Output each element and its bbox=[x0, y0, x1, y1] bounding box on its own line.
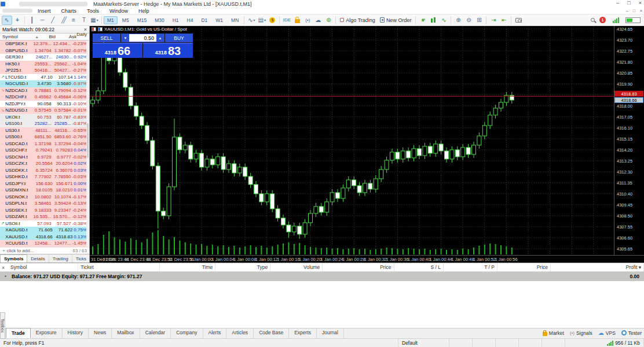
candlestick-plot[interactable] bbox=[90, 26, 614, 255]
menu-charts[interactable]: Charts bbox=[56, 8, 82, 14]
vertical-line-tool-button[interactable]: ┃ bbox=[27, 16, 37, 25]
search-icon[interactable] bbox=[591, 18, 595, 22]
menu-tools[interactable]: Tools bbox=[82, 8, 104, 14]
market-watch-row-us500-t[interactable]: ·US500.t6851.506853.60-0.76% bbox=[0, 134, 89, 141]
market-watch-row-nzdusd-t[interactable]: ↘NZDUSD.t0.575450.57584-0.01% bbox=[0, 107, 89, 114]
bar-chart-mode-button[interactable]: ılı¹ bbox=[418, 16, 428, 25]
market-watch-row-xcuusd-t[interactable]: ·XCUUSD.t12458...12477...-1.45% bbox=[0, 240, 89, 247]
market-watch-row-nzdjpy-t[interactable]: ·NZDJPY.t90.05890.313-0.10% bbox=[0, 101, 89, 108]
market-watch-tab-details[interactable]: Details bbox=[27, 255, 49, 263]
notifications-badge[interactable]: 1 bbox=[599, 17, 606, 23]
timeframe-m1[interactable]: M1 bbox=[104, 16, 118, 24]
zoom-out-button[interactable]: ⊖ bbox=[463, 16, 474, 25]
buy-price-button[interactable]: 431883 bbox=[143, 43, 193, 58]
bottom-button-market[interactable]: Market bbox=[543, 330, 564, 336]
deposit-button[interactable]: $ bbox=[267, 16, 277, 25]
market-watch-tab-ticks[interactable]: Ticks bbox=[72, 255, 90, 263]
timeframe-m5[interactable]: M5 bbox=[119, 16, 133, 24]
toolbox-column-price2[interactable]: Price bbox=[497, 263, 551, 271]
market-watch-row-jp225-t[interactable]: ·JP225.t50416...50427...-0.27% bbox=[0, 67, 89, 74]
toolbox-tab-alerts[interactable]: Alerts bbox=[203, 328, 227, 338]
indicators-button[interactable]: ∿▾ bbox=[246, 16, 257, 25]
sell-price-button[interactable]: 431866 bbox=[93, 43, 142, 58]
market-watch-row-usdpln-t[interactable]: ·USDPLN.t3.584613.59424-0.13% bbox=[0, 200, 89, 207]
market-watch-row-us100-t[interactable]: ·US100.t25282...25285...-0.87% bbox=[0, 120, 89, 127]
buy-button[interactable]: BUY bbox=[165, 34, 193, 42]
timeframe-h4[interactable]: H4 bbox=[184, 16, 197, 24]
toolbox-tab-mailbox[interactable]: Mailbox bbox=[112, 328, 140, 338]
market-watch-row-gbpsek-t[interactable]: ·GBPSEK.t12.379...12.434...-0.23% bbox=[0, 40, 89, 47]
market-watch-row-usdcad-t[interactable]: ·USDCAD.t1.371981.37294-0.04% bbox=[0, 141, 89, 147]
lot-decrease-button[interactable]: ▼ bbox=[122, 34, 129, 42]
bottom-button-vps[interactable]: ☁VPS bbox=[598, 330, 616, 336]
toolbox-column-ticket[interactable]: Ticket bbox=[78, 263, 159, 271]
timeframe-h1[interactable]: H1 bbox=[169, 16, 182, 24]
close-button[interactable]: × bbox=[639, 0, 642, 6]
timeframe-d1[interactable]: D1 bbox=[197, 16, 211, 24]
market-watch-row-usdsek-t[interactable]: ·USDSEK.t9.183339.23347-0.24% bbox=[0, 207, 89, 214]
toolbox-tab-calendar[interactable]: Calendar bbox=[140, 328, 171, 338]
timeframe-w1[interactable]: W1 bbox=[212, 16, 226, 24]
toolbox-tab-articles[interactable]: Articles bbox=[226, 328, 254, 338]
menu-window[interactable]: Window bbox=[104, 8, 133, 14]
toolbox-tab-code-base[interactable]: Code Base bbox=[254, 328, 289, 338]
market-watch-row-usddkk-t[interactable]: ·USDDKK.t6.357246.360760.03% bbox=[0, 167, 89, 174]
lot-increase-button[interactable]: ▲ bbox=[156, 34, 164, 42]
market-watch-row-ukoil-t[interactable]: ·UKOil.t60.75360.787-0.83% bbox=[0, 114, 89, 121]
market-watch-scrollbar[interactable] bbox=[86, 40, 89, 247]
toolbox-tab-trade[interactable]: Trade bbox=[6, 328, 31, 338]
text-tool-button[interactable]: T bbox=[79, 16, 89, 25]
chart-minimize-button[interactable]: – bbox=[626, 9, 628, 13]
market-watch-row-nzdchf-t[interactable]: ·NZDCHF.t0.455620.45684-0.06% bbox=[0, 94, 89, 101]
community-button[interactable]: ⊛ bbox=[323, 16, 334, 25]
lot-size-input[interactable]: 0.50 bbox=[129, 34, 156, 42]
metaeditor-ide-button[interactable]: IDE bbox=[281, 16, 292, 25]
status-profile[interactable]: Default bbox=[398, 339, 449, 347]
shift-back-button[interactable]: ⇤ bbox=[499, 16, 509, 25]
broadcast-button[interactable]: (•) bbox=[302, 16, 313, 25]
toolbox-tab-history[interactable]: History bbox=[63, 328, 89, 338]
chart-restore-button[interactable]: □ bbox=[633, 9, 635, 13]
cloud-button[interactable]: ☁ bbox=[313, 16, 323, 25]
market-watch-row-us30-t[interactable]: ·US30.t48111...48116...-0.65% bbox=[0, 127, 89, 134]
shift-end-button[interactable]: ⇥ bbox=[488, 16, 499, 25]
security-lock-button[interactable] bbox=[292, 16, 302, 25]
shapes-tool-button[interactable]: ▦▾ bbox=[89, 16, 100, 25]
market-watch-row-xauusd-t[interactable]: ·XAUUSD.t4318.664318.830.13% bbox=[0, 234, 89, 241]
toolbox-tab-news[interactable]: News bbox=[89, 328, 112, 338]
algo-trading-button[interactable]: Algo Trading bbox=[338, 17, 378, 23]
market-watch-row-gbpusd-t[interactable]: ·GBPUSD.t1.347041.34782-0.07% bbox=[0, 47, 89, 54]
timeframe-m30[interactable]: M30 bbox=[151, 16, 168, 24]
minimize-button[interactable]: – bbox=[616, 0, 619, 6]
new-order-button[interactable]: New Order bbox=[378, 17, 414, 23]
market-watch-row-usdmxn-t[interactable]: ·USDMXN.t18.010518.02100.01% bbox=[0, 187, 89, 194]
toolbox-column-sl[interactable]: S / L bbox=[394, 263, 444, 271]
toolbox-column-time[interactable]: Time bbox=[160, 263, 216, 271]
candlestick-mode-button[interactable] bbox=[428, 16, 438, 25]
market-watch-row-usdchf-t[interactable]: ·USDCHF.t0.792410.792830.04% bbox=[0, 147, 89, 154]
market-watch-row-usdnok-t[interactable]: ·USDNOK.t10.080210.1074-0.17% bbox=[0, 194, 89, 201]
tile-windows-button[interactable]: ⊞ bbox=[474, 16, 484, 25]
market-watch-row-ngcusd-t[interactable]: ·NGCUSD.t3.47303.5680-0.97% bbox=[0, 80, 89, 87]
market-watch-tab-trading[interactable]: Trading bbox=[49, 255, 72, 263]
market-watch-row-xagusd-t[interactable]: ·XAGUSD.t71.60571.6220.75% bbox=[0, 227, 89, 234]
market-watch-row-ltcusd-t[interactable]: ↗LTCUSD.t47.10107.141.14% bbox=[0, 74, 89, 81]
toolbox-tab-company[interactable]: Company bbox=[171, 328, 203, 338]
toolbox-close-icon[interactable]: × bbox=[2, 265, 5, 271]
click-to-add-row[interactable]: +click to add... 63 / 63 bbox=[0, 247, 89, 254]
market-watch-row-usdjpy-t[interactable]: ·USDJPY.t156.630156.6710.00% bbox=[0, 180, 89, 187]
market-watch-row-usdzar-t[interactable]: ·USDZAR.t16.535...16.570...-0.12% bbox=[0, 213, 89, 220]
chart-close-button[interactable]: × bbox=[640, 9, 642, 13]
line-chart-mode-button[interactable]: ∿ bbox=[438, 16, 449, 25]
screenshot-button[interactable] bbox=[513, 16, 524, 25]
bottom-button-tester[interactable]: Tester bbox=[621, 330, 642, 336]
toolbox-vertical-tab[interactable]: Toolbox bbox=[0, 312, 5, 339]
market-watch-row-hk50-t[interactable]: ·HK50.t25553...25562...-1.04% bbox=[0, 61, 89, 68]
toolbox-column-volume[interactable]: Volume bbox=[270, 263, 323, 271]
horizontal-line-tool-button[interactable]: ─ bbox=[37, 16, 47, 25]
price-axis[interactable]: 4318.83 4318.66 4324.654323.704322.75432… bbox=[614, 26, 644, 255]
maximize-button[interactable]: □ bbox=[627, 0, 630, 6]
zoom-in-button[interactable]: ⊕ bbox=[453, 16, 463, 25]
toolbox-tab-journal[interactable]: Journal bbox=[317, 328, 344, 338]
toolbox-tab-exposure[interactable]: Exposure bbox=[31, 328, 63, 338]
